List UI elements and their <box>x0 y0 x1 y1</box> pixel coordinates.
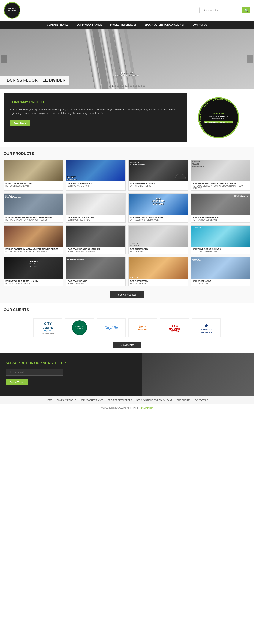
footer-link-contact-us[interactable]: CONTACT US <box>195 399 208 401</box>
clients-grid: CITY CENTRE Fujairah our centre is you S… <box>4 316 250 340</box>
product-name: BCR COVER JOINT <box>191 279 250 283</box>
hero-arrow-right[interactable]: › <box>247 55 253 63</box>
footer-link-project-references[interactable]: PROJECT REFERENCES <box>108 399 132 401</box>
product-card[interactable]: BCR Ltd.UKCOVER JOINT BCR COVER JOINT BC… <box>191 257 251 286</box>
dot-11[interactable] <box>135 86 137 87</box>
search-button[interactable]: 🔍 <box>243 8 250 13</box>
newsletter-content: SUBSCRIBE FOR OUR NEWSLETTER Get In Touc… <box>5 361 99 387</box>
hero-arrow-left[interactable]: ‹ <box>1 55 7 63</box>
nav-project-references[interactable]: PROJECT REFERENCES <box>106 21 141 29</box>
nav-company-profile[interactable]: COMPANY PROFILE <box>43 21 73 29</box>
dot-13[interactable] <box>141 86 142 87</box>
product-card[interactable]: BCR FLOOR TILE DIVIDER BCR FLOOR TILE DI… <box>66 194 126 222</box>
products-heading: OUR PRODUCTS <box>4 152 250 156</box>
product-sub: BCR COVER JOINT <box>191 283 250 286</box>
hero-slider: BCR Ltd. UK FLOOR TILE DIVIDER SS BCR SS… <box>0 29 254 88</box>
product-name: BCR PVC MOVEMENT JOINT <box>191 215 250 219</box>
product-image: TILELEVELLINGSYSTEMS <box>129 194 188 215</box>
newsletter-section: SUBSCRIBE FOR OUR NEWSLETTER Get In Touc… <box>0 353 254 396</box>
client-logo[interactable]: STARBUCKSCOFFEE <box>65 318 94 337</box>
product-image: BCR Ltd. UKWATERPROOFFLUSH EXPANSION JOI… <box>4 194 63 215</box>
product-name: BCR VINYL CORNER GUARD <box>191 247 250 251</box>
product-card[interactable]: LUXURYtile trimsby RVS BCR METAL TILE TR… <box>4 257 63 286</box>
product-name: BCR COMPRESSION JOINT <box>4 181 63 185</box>
client-logo[interactable]: CITY CENTRE Fujairah our centre is you <box>33 318 62 337</box>
header: BCR Ltd.UK EXPANSION JOINTS 🔍 <box>0 0 254 21</box>
product-image: BCR Ltd.UK STAIR NOSING <box>66 258 126 279</box>
search-area: 🔍 <box>199 7 250 13</box>
product-card[interactable]: BCR COMPRESSION JOINT BCR COMPRESSION JO… <box>4 160 63 191</box>
dot-8[interactable] <box>127 86 129 87</box>
newsletter-email-input[interactable] <box>5 369 63 376</box>
product-card[interactable]: BCR Ltd., UK BCR VINYL CORNER GUARD BCR … <box>191 225 251 254</box>
footer-link-our-clients[interactable]: OUR CLIENTS <box>177 399 191 401</box>
footer-bottom: © 2016 BCR Ltd. UK. All rights reserved … <box>0 404 254 411</box>
product-sub: BCR STAIR NOSING <box>66 283 126 286</box>
client-logo[interactable]: ◆ DUBAI WORLD TRADE CENTRE <box>192 318 221 337</box>
footer-link-specifications[interactable]: SPECIFICATIONS FOR CONSULTANT <box>136 399 172 401</box>
product-name: BCR D FENDER RUBBER <box>129 181 188 185</box>
dot-9[interactable] <box>130 86 132 87</box>
newsletter-bg-visual <box>142 353 254 396</box>
product-name: BCR STAIR NOSING ALUMINIUM <box>66 247 126 251</box>
products-grid: BCR COMPRESSION JOINT BCR COMPRESSION JO… <box>4 160 250 286</box>
dot-7[interactable] <box>125 86 127 87</box>
dot-1[interactable] <box>109 86 111 87</box>
dot-6[interactable] <box>122 86 124 87</box>
product-card[interactable]: BCR STAIR NOSING ALUMINIUM BCR STAIR NOS… <box>66 225 126 254</box>
product-sub: BCR SS CORNER GUARD AND STAR NOSING SLID… <box>4 251 63 254</box>
cp-logo-visual: BCR Ltd. UK STAIR NOSING & SKIRTING EXPA… <box>198 97 239 138</box>
dot-10[interactable] <box>133 86 134 87</box>
products-section: OUR PRODUCTS BCR COMPRESSION JOINT BCR C… <box>0 147 254 303</box>
product-card[interactable]: BCR Ltd.UKTHRESHOLD BCR THRESHOLD BCR TH… <box>128 225 188 254</box>
product-name: BCR STAIR NOSING <box>66 279 126 283</box>
dot-3[interactable] <box>114 86 116 87</box>
product-name: BCR SS TILE TRIM <box>129 279 188 283</box>
hero-title: BCR SS FLOOR TILE DIVIDER <box>4 78 65 82</box>
dot-4[interactable] <box>117 86 119 87</box>
search-input[interactable] <box>200 8 243 13</box>
client-logo[interactable]: المشرق mashreq <box>128 318 157 337</box>
footer-privacy-link[interactable]: Privacy Policy <box>140 407 153 409</box>
cp-heading: COMPANY PROFILE <box>9 100 181 104</box>
client-logo[interactable]: ⬦⬦⬦ MITSUBISHI MOTORS <box>160 318 189 337</box>
see-all-products-button[interactable]: See All Products <box>110 291 144 298</box>
main-nav: COMPANY PROFILE BCR PRODUCT RANGE PROJEC… <box>0 21 254 29</box>
see-all-clients-button[interactable]: See All Clients <box>113 342 141 348</box>
footer-link-home[interactable]: HOME <box>46 399 52 401</box>
hero-title-bar: BCR SS FLOOR TILE DIVIDER <box>0 76 69 85</box>
footer-nav: HOME COMPANY PROFILE BCR PRODUCT RANGE P… <box>0 396 254 404</box>
nav-bcr-product-range[interactable]: BCR PRODUCT RANGE <box>72 21 106 29</box>
product-sub: BCR THRESHOLD <box>129 251 188 254</box>
product-name: BCR EXPANSION JOINT SURFACE MOUNTED <box>191 181 250 185</box>
product-card[interactable]: BCR Ltd.UKSURFACEMOUNTEDEXPANSION JOINT … <box>191 160 251 191</box>
dot-14[interactable] <box>143 86 145 87</box>
product-card[interactable]: BCR Ltd.UKPVC MOVEMENT JOINT BCR PVC MOV… <box>191 194 251 222</box>
product-image <box>4 160 63 181</box>
cp-description: BCR Ltd. UK The legendary brand from Uni… <box>9 108 181 115</box>
read-more-button[interactable]: Read More <box>9 120 30 126</box>
nav-contact-us[interactable]: CONTACT US <box>188 21 211 29</box>
product-card[interactable]: BCR Ltd.UKBCR PVCWATERSTOP BCR PVC WATER… <box>66 160 126 191</box>
product-card[interactable]: BCR Ltd.UKD FENDER RUBBER BCR D FENDER R… <box>128 160 188 191</box>
product-card[interactable]: TILELEVELLINGSYSTEMS BCR LEVELING SYSTEM… <box>128 194 188 222</box>
product-card[interactable]: BCR Ltd.UK STAIR NOSING BCR STAIR NOSING… <box>66 257 126 286</box>
product-image <box>66 194 126 215</box>
product-image: LUXURYtile trimsby RVS <box>4 258 63 279</box>
product-card[interactable]: BCR Ltd. UKWATERPROOFFLUSH EXPANSION JOI… <box>4 194 63 222</box>
newsletter-heading: SUBSCRIBE FOR OUR NEWSLETTER <box>5 361 99 365</box>
dot-12[interactable] <box>138 86 140 87</box>
dot-2[interactable] <box>112 86 113 87</box>
footer-link-bcr-product-range[interactable]: BCR PRODUCT RANGE <box>80 399 103 401</box>
client-logo[interactable]: CityLife <box>97 318 126 337</box>
product-sub: BCR FLOOR TILE DIVIDER <box>66 219 126 222</box>
nav-specifications[interactable]: SPECIFICATIONS FOR CONSULTANT <box>141 21 189 29</box>
product-image: BCR Ltd.UKTHRESHOLD <box>129 226 188 247</box>
get-in-touch-button[interactable]: Get In Touch <box>5 379 28 386</box>
product-card[interactable]: BCR Ltd.UKSS TILE TRIM BCR SS TILE TRIM … <box>128 257 188 286</box>
dot-5[interactable] <box>120 86 121 87</box>
footer-link-company-profile[interactable]: COMPANY PROFILE <box>57 399 76 401</box>
logo-text: BCR Ltd.UK EXPANSION JOINTS <box>8 8 16 13</box>
product-card[interactable]: BCR SS CORNER GUARD AND STAR NOSING SLID… <box>4 225 63 254</box>
logo[interactable]: BCR Ltd.UK EXPANSION JOINTS <box>4 2 20 19</box>
